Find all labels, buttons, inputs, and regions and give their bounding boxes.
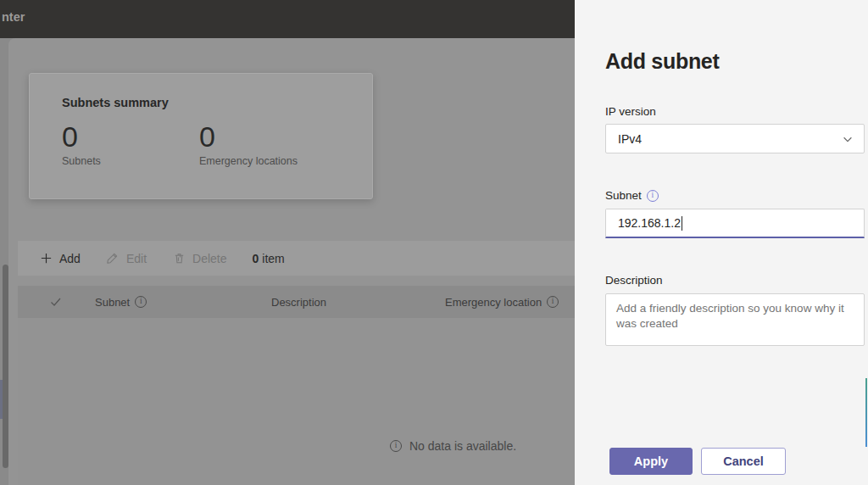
column-header-subnet[interactable]: Subnet (95, 296, 147, 309)
edit-button[interactable]: Edit (106, 252, 147, 265)
emergency-location-column-info-icon[interactable] (547, 296, 559, 308)
ip-version-value: IPv4 (618, 132, 842, 146)
table-body: No data is available. (18, 318, 575, 485)
stat-emergency-locations: 0 Emergency locations (199, 121, 298, 167)
add-button[interactable]: Add (39, 252, 81, 265)
subnet-info-icon[interactable] (647, 190, 659, 202)
flyout-title: Add subnet (605, 49, 720, 74)
info-icon (390, 440, 402, 452)
summary-card-title: Subnets summary (62, 96, 169, 109)
nav-selection-accent (0, 380, 3, 419)
description-textarea[interactable] (605, 293, 865, 346)
add-button-label: Add (59, 252, 81, 265)
pencil-icon (106, 252, 120, 265)
page-scrollbar-thumb[interactable] (3, 265, 8, 468)
item-count-unit: item (262, 252, 284, 265)
column-header-emergency-location[interactable]: Emergency location (445, 296, 559, 309)
flyout-scrollbar-accent[interactable] (865, 378, 867, 447)
plus-icon (39, 252, 53, 265)
column-header-description[interactable]: Description (271, 296, 326, 309)
stat-subnets: 0 Subnets (62, 121, 101, 167)
edit-button-label: Edit (126, 252, 147, 265)
stat-subnets-label: Subnets (62, 155, 101, 167)
table-header-row: Subnet Description Emergency location (18, 286, 575, 318)
stat-subnets-value: 0 (62, 121, 101, 153)
cancel-button[interactable]: Cancel (701, 448, 786, 475)
subnet-column-info-icon[interactable] (135, 296, 147, 308)
subnet-label: Subnet (605, 189, 659, 202)
subnets-summary-card: Subnets summary 0 Subnets 0 Emergency lo… (29, 73, 373, 199)
ip-version-label: IP version (605, 105, 656, 118)
add-subnet-flyout: Add subnet IP version IPv4 Subnet 192.16… (575, 0, 868, 485)
chevron-down-icon (842, 133, 854, 145)
app-title-fragment: nter (2, 10, 25, 24)
delete-button[interactable]: Delete (172, 252, 226, 265)
item-count-value: 0 (253, 252, 259, 265)
stat-emergency-locations-label: Emergency locations (199, 155, 298, 167)
description-label: Description (605, 274, 663, 287)
ip-version-select[interactable]: IPv4 (605, 124, 865, 153)
app-topbar: nter (0, 0, 575, 38)
trash-icon (172, 252, 186, 265)
flyout-actions: Apply Cancel (609, 448, 786, 475)
apply-button[interactable]: Apply (609, 448, 693, 475)
empty-table-message: No data is available. (390, 439, 516, 453)
text-caret (682, 216, 682, 231)
table-command-bar: Add Edit Delete 0item (18, 241, 575, 276)
stat-emergency-locations-value: 0 (199, 121, 298, 153)
select-all-checkmark-icon[interactable] (49, 295, 63, 309)
delete-button-label: Delete (192, 252, 226, 265)
item-count: 0item (253, 252, 285, 265)
subnet-input-value: 192.168.1.2 (618, 216, 681, 230)
screen: nter Subnets summary 0 Subnets 0 Emergen… (0, 0, 868, 485)
subnet-input[interactable]: 192.168.1.2 (605, 209, 865, 238)
